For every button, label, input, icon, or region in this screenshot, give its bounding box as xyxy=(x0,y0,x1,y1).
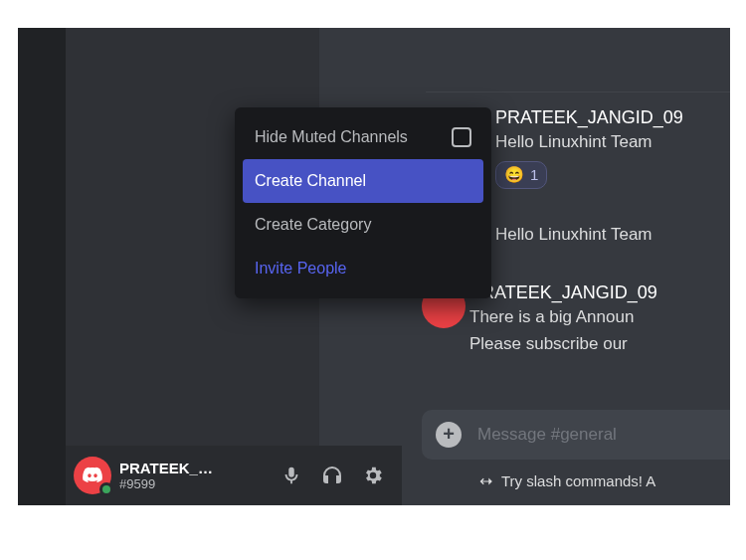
menu-item-label: Invite People xyxy=(255,260,347,278)
slash-command-tip: Try slash commands! A xyxy=(479,472,655,489)
message-author: PRATEEK_JANGID_09 xyxy=(495,107,683,128)
menu-item-label: Create Channel xyxy=(255,172,366,190)
return-arrow-icon xyxy=(479,474,493,488)
discord-logo-icon xyxy=(82,465,103,486)
message-body: Please subscribe our xyxy=(469,332,657,357)
message-body: Hello Linuxhint Team xyxy=(495,130,683,155)
menu-item-invite-people[interactable]: Invite People xyxy=(243,247,483,290)
status-online-icon xyxy=(99,482,113,496)
slash-tip-text: Try slash commands! A xyxy=(501,472,655,489)
user-panel: PRATEEK_J... #9599 xyxy=(66,446,402,505)
message-input-bar[interactable]: + Message #general xyxy=(422,410,730,460)
message-input-placeholder: Message #general xyxy=(477,425,617,445)
user-text: PRATEEK_J... #9599 xyxy=(119,460,215,491)
menu-item-label: Hide Muted Channels xyxy=(255,128,408,146)
menu-item-create-channel[interactable]: Create Channel xyxy=(243,159,483,203)
menu-item-hide-muted[interactable]: Hide Muted Channels xyxy=(243,115,483,159)
user-display-name: PRATEEK_J... xyxy=(119,460,215,476)
server-rail xyxy=(18,28,66,505)
plus-icon: + xyxy=(443,424,455,444)
reaction-pill[interactable]: 😄 1 xyxy=(495,161,547,189)
headphones-icon[interactable] xyxy=(320,464,344,487)
context-menu: Hide Muted Channels Create Channel Creat… xyxy=(235,107,491,298)
gear-icon[interactable] xyxy=(362,465,384,486)
message-body: There is a big Announ xyxy=(469,305,657,330)
message: PRATEEK_JANGID_09 Hello Linuxhint Team 😄… xyxy=(495,107,683,189)
avatar-wrap[interactable] xyxy=(74,457,111,494)
attach-button[interactable]: + xyxy=(436,422,462,448)
grin-emoji-icon: 😄 xyxy=(504,167,524,183)
divider xyxy=(426,92,730,93)
checkbox-icon xyxy=(452,127,471,147)
menu-item-create-category[interactable]: Create Category xyxy=(243,203,483,247)
menu-item-label: Create Category xyxy=(255,216,371,234)
message-body: Hello Linuxhint Team xyxy=(495,223,653,248)
microphone-icon[interactable] xyxy=(280,465,302,486)
message: Hello Linuxhint Team xyxy=(495,221,653,248)
app-frame: PRATEEK_JANGID_09 Hello Linuxhint Team 😄… xyxy=(18,28,730,505)
message-author: PRATEEK_JANGID_09 xyxy=(469,282,657,303)
reaction-count: 1 xyxy=(530,166,538,183)
user-tag: #9599 xyxy=(119,476,215,491)
user-controls xyxy=(280,464,394,487)
message: PRATEEK_JANGID_09 There is a big Announ … xyxy=(469,282,657,356)
